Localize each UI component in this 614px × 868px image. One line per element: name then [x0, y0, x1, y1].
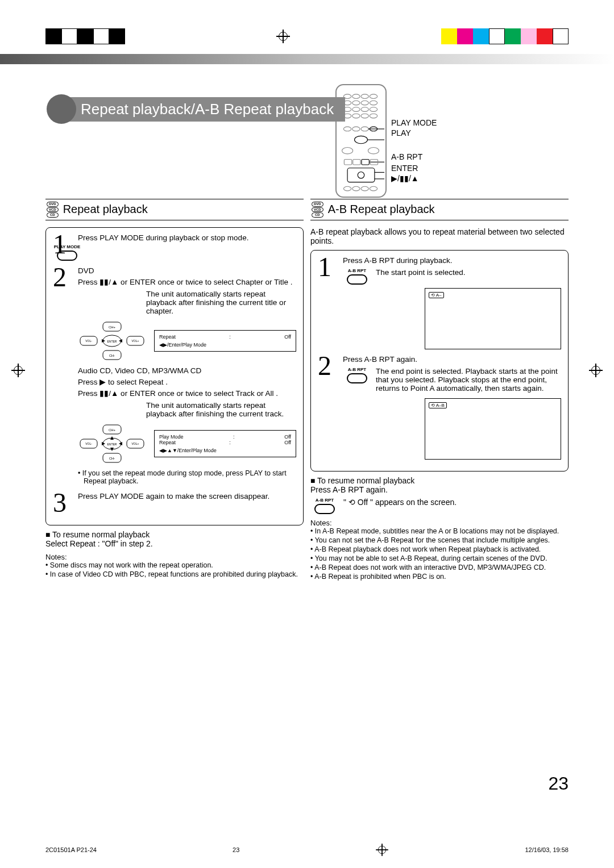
step-number-3: 3: [53, 492, 72, 514]
step2-bullet: If you set the repeat mode during stop m…: [78, 469, 296, 485]
registration-crosshair-icon: [276, 30, 290, 43]
svg-point-23: [342, 147, 353, 153]
svg-point-21: [355, 136, 368, 143]
color-swatches: [441, 28, 569, 44]
step-number-2: 2: [53, 266, 72, 486]
dpad-icon: CH+ CH- VOL- VOL+ ENTER: [78, 424, 146, 464]
svg-text:ENTER: ENTER: [107, 340, 117, 343]
steps-box-left: 1 Press PLAY MODE during playback or sto…: [45, 227, 304, 525]
resume-heading-left: To resume normal playback: [45, 530, 304, 539]
svg-point-5: [352, 101, 360, 105]
svg-point-2: [361, 94, 368, 99]
tv-screen-ab: ⟲ A–B: [425, 398, 561, 460]
svg-point-24: [368, 147, 379, 153]
step2-line2: Press ▮▮/▲ or ENTER once or twice to sel…: [78, 277, 296, 286]
right-column: DVDVCDCD A-B Repeat playback A-B repeat …: [310, 199, 569, 766]
print-registration-top: [45, 28, 569, 44]
remote-labels: PLAY MODE PLAY A-B RPT ENTER ▶/▮▮/▲: [391, 84, 437, 184]
notes-heading-right: Notes:: [310, 519, 569, 527]
notes-list-left: Some discs may not work with the repeat …: [45, 561, 304, 578]
page-number: 23: [548, 773, 569, 794]
footer-mid: 23: [233, 846, 239, 853]
section-heading-repeat: DVDVCDCD Repeat playback: [45, 199, 304, 220]
abrpt-button-icon: A-B RPT: [343, 367, 371, 383]
svg-text:VOL-: VOL-: [85, 442, 92, 445]
title-badge-icon: [47, 94, 76, 124]
tv-screen-a: ⟲ A–: [425, 288, 561, 349]
step2-line3: Audio CD, Video CD, MP3/WMA CD: [78, 366, 296, 375]
svg-point-3: [370, 94, 377, 99]
section-title: Repeat playback: [63, 203, 148, 216]
svg-point-13: [352, 114, 360, 118]
svg-point-7: [370, 101, 377, 105]
page-title-banner: Repeat playback/A-B Repeat playback: [47, 93, 345, 125]
step-number-2: 2: [318, 355, 337, 460]
svg-point-36: [361, 186, 368, 191]
left-column: DVDVCDCD Repeat playback 1 Press PLAY MO…: [45, 199, 304, 766]
remote-label-abrpt: A-B RPT: [391, 152, 437, 161]
resume-text-right: Press A-B RPT again.: [310, 485, 569, 494]
dpad-icon: CH+ CH- VOL- VOL+ ENTER: [78, 321, 146, 361]
steps-box-right: 1 Press A-B RPT during playback. A-B RPT…: [310, 250, 569, 471]
section-title: A-B Repeat playback: [328, 203, 435, 216]
svg-rect-25: [344, 159, 351, 165]
svg-text:ENTER: ENTER: [107, 443, 117, 446]
remote-label-play: PLAY: [391, 128, 437, 137]
svg-point-14: [361, 114, 368, 118]
svg-point-37: [370, 186, 377, 191]
svg-point-35: [352, 186, 360, 191]
ab-intro: A-B repeat playback allows you to repeat…: [310, 227, 569, 245]
step2-line1: DVD: [78, 266, 296, 275]
gradient-bar: [0, 54, 614, 64]
svg-point-18: [361, 127, 368, 131]
step3-text: Press PLAY MODE again to make the screen…: [78, 492, 296, 500]
svg-text:VOL-: VOL-: [85, 339, 92, 343]
resume-heading-right: To resume normal playback: [310, 476, 569, 485]
svg-text:VOL+: VOL+: [132, 442, 139, 445]
svg-text:CH+: CH+: [109, 326, 116, 329]
step2-result2: The unit automatically starts repeat pla…: [146, 401, 296, 418]
svg-rect-27: [362, 159, 369, 165]
resume-screen-text: " ⟲ Off " appears on the screen.: [343, 498, 457, 507]
section-heading-abrepeat: DVDVCDCD A-B Repeat playback: [310, 199, 569, 220]
side-crosshair-left: [11, 364, 25, 377]
svg-point-16: [343, 127, 351, 131]
r-step1-result: The start point is selected.: [376, 268, 466, 277]
abrpt-button-icon: A-B RPT: [343, 268, 371, 285]
step2-line4: Press ▶ to select Repeat .: [78, 377, 296, 386]
footer-right: 12/16/03, 19:58: [525, 846, 569, 853]
svg-point-1: [352, 94, 360, 99]
footer: 2C01501A P21-24 23 12/16/03, 19:58: [45, 843, 569, 857]
remote-label-playmode: PLAY MODE: [391, 118, 437, 127]
abrpt-button-icon: A-B RPT: [310, 498, 339, 514]
disc-badges: DVDVCDCD: [312, 202, 323, 218]
svg-point-9: [352, 107, 360, 112]
svg-point-34: [343, 186, 351, 191]
svg-text:CH-: CH-: [109, 354, 115, 357]
resume-text-left: Select Repeat : "Off" in step 2.: [45, 539, 304, 548]
disc-badges: DVDVCDCD: [47, 202, 59, 218]
notes-list-right: In A-B Repeat mode, subtitles near the A…: [310, 527, 569, 581]
remote-label-enter: ENTER: [391, 164, 437, 173]
notes-heading-left: Notes:: [45, 553, 304, 561]
remote-label-dba: ▶/▮▮/▲: [391, 174, 437, 183]
r-step2-text: Press A-B RPT again.: [343, 355, 561, 364]
svg-point-6: [361, 101, 368, 105]
svg-point-17: [352, 127, 360, 131]
footer-left: 2C01501A P21-24: [45, 846, 97, 853]
svg-text:CH-: CH-: [109, 457, 115, 460]
playmode-button-icon: PLAY MODE: [53, 244, 81, 261]
svg-point-15: [370, 114, 377, 118]
svg-point-31: [358, 172, 364, 178]
osd-display-1: Repeat:Off ◀▶/Enter/Play Mode: [154, 330, 296, 352]
r-step1-text: Press A-B RPT during playback.: [343, 256, 561, 265]
svg-rect-26: [353, 159, 360, 165]
step1-text: Press PLAY MODE during playback or stop …: [78, 233, 296, 242]
r-step2-result: The end point is selected. Playback star…: [376, 367, 561, 393]
page-title: Repeat playback/A-B Repeat playback: [61, 97, 345, 122]
step2-result: The unit automatically starts repeat pla…: [146, 290, 296, 315]
step2-line5: Press ▮▮/▲ or ENTER once or twice to sel…: [78, 389, 296, 398]
svg-point-10: [361, 107, 368, 112]
step-number-1: 1: [318, 256, 337, 349]
svg-text:VOL+: VOL+: [132, 339, 139, 343]
